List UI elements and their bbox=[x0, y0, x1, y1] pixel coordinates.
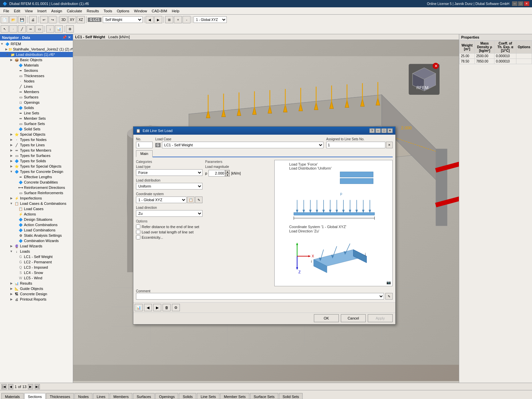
opt3-checkbox[interactable] bbox=[136, 235, 140, 239]
tree-file2[interactable]: ▼ 📁 Load distribution (1).rf6* bbox=[0, 52, 73, 57]
coord-select[interactable]: 1 - Global XYZ bbox=[194, 16, 227, 23]
btab-openings[interactable]: Openings bbox=[155, 393, 178, 399]
menu-edit[interactable]: Edit bbox=[12, 8, 22, 14]
btab-surfaces[interactable]: Surfaces bbox=[133, 393, 155, 399]
line-btn[interactable]: ╱ bbox=[18, 25, 26, 33]
menu-assign[interactable]: Assign bbox=[49, 8, 64, 14]
tree-comb-wizards[interactable]: 🔷 Combination Wizards bbox=[0, 238, 73, 243]
tree-guide[interactable]: ▶ 📐 Guide Objects bbox=[0, 286, 73, 291]
tree-basic-objects[interactable]: ▶ 📦 Basic Objects bbox=[0, 57, 73, 63]
tree-concrete[interactable]: ▶ 🏗 Concrete Design bbox=[0, 291, 73, 297]
tree-design-sit[interactable]: 🔷 Design Situations bbox=[0, 217, 73, 222]
dlg-icon-4[interactable]: 🗑 bbox=[163, 304, 171, 311]
btab-solidsets[interactable]: Solid Sets bbox=[279, 393, 303, 399]
assigned-input[interactable] bbox=[326, 142, 385, 148]
zoom-out[interactable]: - bbox=[183, 16, 191, 23]
btab-materials[interactable]: Materials bbox=[1, 393, 24, 399]
result-btn[interactable]: 📊 bbox=[55, 25, 63, 33]
nav-first-btn[interactable]: |◀ bbox=[1, 384, 7, 389]
tree-surfaces[interactable]: ▭ Surfaces bbox=[0, 94, 73, 100]
dialog-close-btn[interactable]: ✕ bbox=[387, 128, 393, 133]
tree-lc2[interactable]: G LC2 - Permanent bbox=[0, 259, 73, 265]
comment-select[interactable] bbox=[136, 293, 384, 300]
view-3d[interactable]: 3D bbox=[60, 16, 67, 23]
menu-file[interactable]: File bbox=[1, 8, 11, 14]
dlg-icon-3[interactable]: ▶ bbox=[153, 304, 161, 311]
nav-next[interactable]: ▶ bbox=[154, 16, 162, 23]
dialog-maximize-btn[interactable]: □ bbox=[381, 128, 387, 133]
menu-help[interactable]: Help bbox=[170, 8, 182, 14]
tree-lc1[interactable]: G LC1 - Self Weight bbox=[0, 254, 73, 259]
tree-lc4[interactable]: S LC4 - Snow bbox=[0, 270, 73, 275]
menu-window[interactable]: Window bbox=[132, 8, 149, 14]
menu-cadbim[interactable]: CAD-BIM bbox=[150, 8, 169, 14]
edit-line-set-load-dialog[interactable]: 📋 Edit Line Set Load ? ─ □ ✕ bbox=[133, 126, 396, 325]
tree-durabilities[interactable]: 🔷 Concrete Durabilities bbox=[0, 180, 73, 185]
coord-edit-btn[interactable]: ✎ bbox=[195, 197, 202, 203]
viewport-3d[interactable]: 2.000 bbox=[73, 40, 459, 381]
load-dir-select[interactable]: Zu Xu Yu Z bbox=[136, 210, 202, 217]
tree-actions[interactable]: ⚡ Actions bbox=[0, 211, 73, 217]
opt1-checkbox[interactable] bbox=[136, 224, 140, 229]
tree-load-comb[interactable]: 🔷 Load Combinations bbox=[0, 227, 73, 233]
dlg-icon-5[interactable]: ⚙ bbox=[172, 304, 180, 311]
print-button[interactable]: 🖨 bbox=[29, 16, 37, 23]
btab-solids[interactable]: Solids bbox=[179, 393, 196, 399]
tab-main[interactable]: Main bbox=[136, 150, 153, 157]
dlg-icon-2[interactable]: ◀ bbox=[144, 304, 152, 311]
load-type-select[interactable]: Force Moment Mass bbox=[136, 169, 202, 176]
tree-solidsets[interactable]: 🔷 Solid Sets bbox=[0, 126, 73, 132]
save-button[interactable]: 💾 bbox=[18, 16, 26, 23]
zoom-all[interactable]: ⊞ bbox=[165, 16, 173, 23]
btab-sections[interactable]: Sections bbox=[24, 393, 46, 399]
tree-loads[interactable]: ▼ ↓ Loads bbox=[0, 249, 73, 254]
minimize-button[interactable]: ─ bbox=[512, 1, 517, 6]
btab-thicknesses[interactable]: Thicknesses bbox=[46, 393, 74, 399]
tree-special[interactable]: ▶ ⭐ Special Objects bbox=[0, 132, 73, 137]
nav-pin-btn[interactable]: 📌 bbox=[62, 35, 67, 40]
tree-linesets[interactable]: ━ Line Sets bbox=[0, 110, 73, 116]
lc-field-select[interactable]: LC1 - Self Weight bbox=[162, 142, 324, 148]
btab-lines[interactable]: Lines bbox=[93, 393, 109, 399]
tree-materials[interactable]: 🔷 Materials bbox=[0, 63, 73, 68]
coord-copy-btn[interactable]: 📋 bbox=[187, 197, 195, 203]
dlg-icon-1[interactable]: 📊 bbox=[135, 304, 143, 311]
coord-sys-select[interactable]: 1 - Global XYZ bbox=[136, 197, 187, 203]
tree-eff-lengths[interactable]: ━ Effective Lengths bbox=[0, 174, 73, 180]
menu-results[interactable]: Results bbox=[85, 8, 101, 14]
zoom-in[interactable]: + bbox=[174, 16, 182, 23]
menu-calculate[interactable]: Calculate bbox=[65, 8, 84, 14]
select-btn[interactable]: ↖ bbox=[1, 25, 9, 33]
tree-static-settings[interactable]: ⚙ Static Analysis Settings bbox=[0, 233, 73, 238]
spin-down-btn[interactable]: ▼ bbox=[225, 173, 230, 177]
spin-up-btn[interactable]: ▲ bbox=[225, 170, 230, 173]
tree-action-comb[interactable]: 🔷 Action Combinations bbox=[0, 222, 73, 227]
btab-linesets[interactable]: Line Sets bbox=[197, 393, 219, 399]
tree-types-solids[interactable]: ▶ 🔷 Types for Solids bbox=[0, 158, 73, 164]
maximize-button[interactable]: □ bbox=[518, 1, 523, 6]
comment-edit-btn[interactable]: ✎ bbox=[385, 293, 393, 300]
btab-membersets[interactable]: Member Sets bbox=[220, 393, 249, 399]
settings-btn[interactable]: ⚙ bbox=[66, 25, 74, 33]
nav-prev[interactable]: ◀ bbox=[146, 16, 154, 23]
tree-concrete-design[interactable]: ▼ 🔷 Types for Concrete Design bbox=[0, 169, 73, 174]
tree-surface-reinf[interactable]: ▭ Surface Reinforcements bbox=[0, 190, 73, 196]
dialog-minimize-btn[interactable]: ─ bbox=[375, 128, 381, 133]
redo-button[interactable]: ↪ bbox=[49, 16, 57, 23]
menu-view[interactable]: View bbox=[23, 8, 35, 14]
view-xy[interactable]: XY bbox=[68, 16, 76, 23]
nav-last-btn[interactable]: ▶| bbox=[35, 384, 40, 389]
tree-membersets[interactable]: ═ Member Sets bbox=[0, 116, 73, 121]
tree-members[interactable]: ═ Members bbox=[0, 89, 73, 94]
nav-close-btn[interactable]: ✕ bbox=[68, 35, 71, 40]
load-btn[interactable]: ↓ bbox=[46, 25, 54, 33]
tree-printout[interactable]: ▶ 🖨 Printout Reports bbox=[0, 297, 73, 302]
nav-next-btn[interactable]: ▶ bbox=[28, 384, 33, 389]
tree-nodes[interactable]: · Nodes bbox=[0, 78, 73, 84]
assigned-clear-btn[interactable]: ✕ bbox=[386, 142, 393, 148]
node-btn[interactable]: · bbox=[9, 25, 17, 33]
tree-root[interactable]: ▼ 🔷 RFEM bbox=[0, 41, 73, 47]
nav-prev-btn[interactable]: ◀ bbox=[8, 384, 13, 389]
dialog-help-btn[interactable]: ? bbox=[369, 128, 375, 133]
close-button[interactable]: ✕ bbox=[524, 1, 529, 6]
